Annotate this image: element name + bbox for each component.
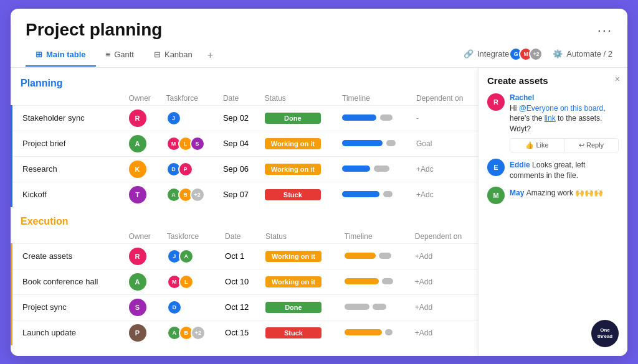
- status-badge: Stuck: [265, 327, 321, 338]
- status-cell: Stuck: [260, 182, 337, 207]
- add-tab-button[interactable]: +: [202, 45, 218, 67]
- comment-body: Eddie Looks great, left comments in the …: [510, 159, 619, 181]
- reply-button[interactable]: ↩ Reply: [564, 139, 618, 152]
- timeline-cell: [340, 294, 410, 320]
- tab-gantt[interactable]: ≡ Gantt: [96, 45, 144, 67]
- like-button[interactable]: 👍 Like: [510, 139, 564, 152]
- table-row[interactable]: Book conference hall A M L Oct 10: [12, 269, 478, 294]
- timeline-cell: [340, 320, 410, 345]
- timeline-cell: [340, 269, 410, 294]
- row-name: Stakeholder sync: [12, 105, 124, 131]
- table-area: Planning Owner Taskforce Date Status Tim…: [11, 68, 478, 356]
- panel-close-button[interactable]: ×: [615, 74, 620, 84]
- comment-mention: @Everyone on this board: [519, 104, 604, 113]
- page-title: Project planning: [26, 20, 162, 40]
- owner-cell: P: [124, 320, 162, 345]
- status-cell: Working on it: [260, 156, 337, 182]
- integrate-button[interactable]: 🔗 Integrate G M +2: [464, 47, 543, 61]
- taskforce-avatars: A B +2: [167, 325, 215, 340]
- owner-avatar: R: [129, 248, 146, 265]
- dep-cell: +Add: [410, 294, 478, 320]
- table-row[interactable]: Research K D P Sep 06 Working on: [12, 156, 478, 182]
- automate-icon: ⚙️: [553, 49, 563, 58]
- date-cell: Sep 06: [218, 156, 260, 182]
- dep-cell: +Adc: [411, 156, 478, 182]
- status-badge: Done: [265, 113, 321, 124]
- comment-avatar: M: [487, 187, 505, 204]
- taskforce-cell: A B +2: [162, 320, 220, 345]
- timeline-bar: [342, 166, 370, 172]
- row-name: Book conference hall: [12, 269, 124, 294]
- execution-table: Owner Taskforce Date Status Timeline Dep…: [11, 230, 478, 345]
- tab-kanban[interactable]: ⊟ Kanban: [144, 45, 202, 67]
- onethread-badge[interactable]: Onethread: [591, 320, 619, 347]
- owner-avatar: R: [129, 110, 146, 127]
- owner-avatar: P: [129, 324, 146, 342]
- execution-table-header: Owner Taskforce Date Status Timeline Dep…: [12, 230, 478, 244]
- table-row[interactable]: Create assets R J A Oct 1 Working: [12, 243, 478, 269]
- col-taskforce-exec: Taskforce: [162, 230, 220, 244]
- timeline-cell: [337, 182, 411, 207]
- timeline-cell: [340, 243, 410, 269]
- automate-button[interactable]: ⚙️ Automate / 2: [553, 49, 612, 58]
- taskforce-av-plus: +2: [190, 187, 205, 202]
- comment-item: M May Amazing work 🙌🙌🙌: [487, 187, 619, 204]
- tabs-bar: ⊞ Main table ≡ Gantt ⊟ Kanban + 🔗 Integr…: [11, 40, 627, 68]
- date-cell: Oct 12: [220, 294, 260, 320]
- timeline-bar: [342, 191, 379, 197]
- timeline-bar-end: [374, 166, 389, 172]
- planning-section-title: Planning: [21, 78, 63, 89]
- taskforce-av: D: [167, 300, 182, 315]
- table-row[interactable]: Stakeholder sync R J Sep 02 Done: [12, 105, 478, 131]
- dep-cell: -: [411, 105, 478, 131]
- taskforce-av: S: [190, 136, 205, 151]
- table-row[interactable]: Kickoff T A B +2 Sep 07: [12, 182, 478, 207]
- timeline-bar: [345, 278, 379, 284]
- table-row[interactable]: Project sync S D Oct 12 Done: [12, 294, 478, 320]
- timeline-bar-end: [380, 114, 393, 121]
- status-badge: Done: [265, 302, 321, 313]
- taskforce-avatars: J: [166, 111, 213, 126]
- timeline-cell: [337, 105, 411, 131]
- col-owner-exec: Owner: [124, 230, 162, 244]
- row-name: Research: [12, 156, 124, 182]
- table-row[interactable]: Launch update P A B +2 Oct 15: [12, 320, 478, 345]
- comment-body: May Amazing work 🙌🙌🙌: [510, 187, 619, 198]
- taskforce-avatars: A B +2: [166, 187, 213, 202]
- owner-avatar: K: [129, 161, 146, 178]
- main-table-icon: ⊞: [36, 50, 42, 59]
- comment-link[interactable]: link: [545, 114, 556, 123]
- planning-table-header: Owner Taskforce Date Status Timeline Dep…: [12, 91, 478, 106]
- owner-cell: R: [124, 105, 161, 131]
- table-row[interactable]: Project brief A M L S Sep 04: [12, 131, 478, 156]
- owner-avatar: A: [129, 273, 146, 291]
- col-status-exec: Status: [260, 230, 340, 244]
- date-cell: Sep 04: [218, 131, 260, 156]
- comment-author: Rachel: [510, 93, 619, 102]
- onethread-logo: Onethread: [598, 327, 612, 339]
- comment-text: Eddie Looks great, left comments in the …: [510, 160, 619, 181]
- tab-main-table[interactable]: ⊞ Main table: [26, 45, 96, 67]
- owner-cell: R: [124, 243, 162, 269]
- owner-cell: A: [124, 131, 161, 156]
- execution-section-title: Execution: [21, 216, 68, 227]
- taskforce-cell: D: [162, 294, 220, 320]
- comment-panel: × Create assets R Rachel Hi @Everyone on…: [478, 68, 627, 356]
- taskforce-av: P: [178, 162, 193, 177]
- dep-cell: +Add: [410, 320, 478, 345]
- date-cell: Sep 07: [218, 182, 260, 207]
- taskforce-av: L: [179, 274, 194, 289]
- comment-text: Hi @Everyone on this board, here's the l…: [510, 103, 619, 134]
- row-name: Kickoff: [12, 182, 124, 207]
- comment-actions: 👍 Like ↩ Reply: [510, 138, 619, 152]
- taskforce-avatars: D P: [166, 162, 213, 177]
- taskforce-avatars: M L S: [166, 136, 213, 151]
- comment-item: E Eddie Looks great, left comments in th…: [487, 159, 619, 181]
- planning-section-header: Planning: [11, 75, 478, 91]
- timeline-bar: [345, 253, 376, 259]
- comment-item: R Rachel Hi @Everyone on this board, her…: [487, 93, 619, 152]
- taskforce-avatars: M L: [167, 274, 215, 289]
- header-menu-button[interactable]: ···: [598, 20, 612, 39]
- comment-avatar: R: [487, 93, 505, 111]
- date-cell: Sep 02: [218, 105, 260, 131]
